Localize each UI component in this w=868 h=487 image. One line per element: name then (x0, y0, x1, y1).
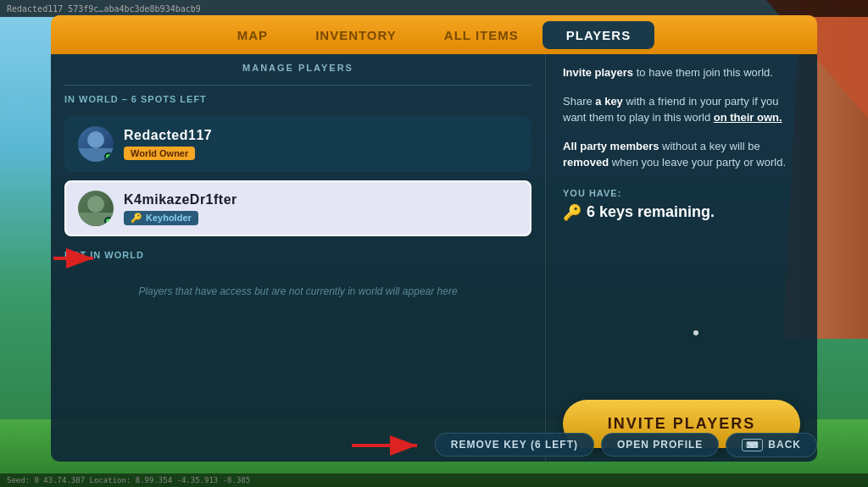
info-line-3: All party members without a key will be … (563, 138, 800, 171)
avatar-head-2 (87, 196, 104, 213)
player-info-k4mikaze: K4mikazeDr1fter 🔑 Keyholder (124, 192, 518, 225)
in-world-label: IN WORLD – 6 SPOTS LEFT (64, 94, 531, 104)
back-button[interactable]: ⌨ BACK (726, 433, 817, 457)
player-info-redacted117: Redacted117 World Owner (124, 128, 518, 160)
keys-box: YOU HAVE: 🔑 6 keys remaining. (563, 188, 800, 222)
online-dot (104, 152, 113, 161)
tab-players[interactable]: PLAYERS (542, 21, 654, 49)
avatar-k4mikaze (78, 191, 114, 226)
status-text: Seed: 0 43.74.387 Location: 8.99.354 -4.… (7, 476, 250, 484)
key-icon-count: 🔑 (563, 203, 581, 222)
right-column: Invite players to have them join this wo… (546, 51, 817, 462)
back-icon: ⌨ (742, 439, 763, 451)
keys-count: 🔑 6 keys remaining. (563, 203, 800, 222)
left-column: MANAGE PLAYERS IN WORLD – 6 SPOTS LEFT R… (51, 51, 546, 462)
info-line-2: Share a key with a friend in your party … (563, 93, 800, 126)
player-card-redacted117[interactable]: Redacted117 World Owner (64, 116, 531, 172)
player-name-redacted117: Redacted117 (124, 128, 518, 143)
cursor (693, 330, 698, 335)
player-name-k4mikaze: K4mikazeDr1fter (124, 192, 518, 208)
divider (64, 85, 531, 86)
badge-keyholder: 🔑 Keyholder (124, 211, 198, 225)
status-bar: Seed: 0 43.74.387 Location: 8.99.354 -4.… (0, 473, 868, 487)
key-icon: 🔑 (131, 213, 142, 224)
title-bar-text: Redacted117 573f9c…aba4bc3de8b934bacb9 (7, 4, 201, 14)
manage-title: MANAGE PLAYERS (64, 63, 531, 73)
not-in-world-label: NOT IN WORLD (64, 250, 531, 260)
keys-remaining-text: 6 keys remaining. (587, 203, 715, 221)
player-card-k4mikaze[interactable]: K4mikazeDr1fter 🔑 Keyholder (64, 180, 531, 236)
tab-map[interactable]: MAP (214, 21, 292, 49)
online-dot-2 (104, 217, 113, 225)
badge-owner: World Owner (124, 147, 195, 160)
tab-inventory[interactable]: INVENTORY (292, 21, 420, 49)
info-line-1: Invite players to have them join this wo… (563, 64, 800, 81)
avatar-head (87, 131, 104, 148)
empty-world-message: Players that have access but are not cur… (64, 272, 531, 311)
bottom-bar: REMOVE KEY (6 LEFT) OPEN PROFILE ⌨ BACK (51, 429, 817, 460)
bottom-arrow-annotation (348, 434, 424, 460)
nav-bar: MAP INVENTORY ALL ITEMS PLAYERS (51, 15, 817, 54)
you-have-label: YOU HAVE: (563, 188, 800, 198)
avatar-redacted117 (78, 126, 114, 162)
title-bar: Redacted117 573f9c…aba4bc3de8b934bacb9 (0, 0, 868, 17)
open-profile-button[interactable]: OPEN PROFILE (601, 433, 719, 457)
main-panel: MANAGE PLAYERS IN WORLD – 6 SPOTS LEFT R… (51, 51, 817, 462)
left-arrow-annotation (49, 246, 100, 274)
tab-all-items[interactable]: ALL ITEMS (420, 21, 542, 49)
remove-key-button[interactable]: REMOVE KEY (6 LEFT) (435, 433, 594, 457)
